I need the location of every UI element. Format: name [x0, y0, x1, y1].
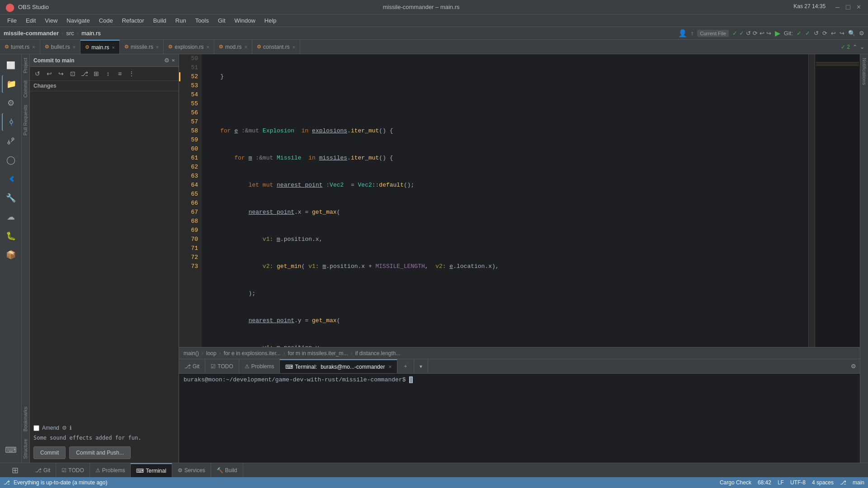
- bottom-tab-git[interactable]: ⎇ Git: [30, 463, 56, 477]
- menu-git[interactable]: Git: [214, 16, 229, 25]
- bottom-tab-build[interactable]: 🔨 Build: [211, 463, 243, 477]
- tab-explosion[interactable]: ⚙ explosion.rs ×: [164, 40, 214, 54]
- tab-close-icon[interactable]: ×: [207, 44, 209, 50]
- menu-code[interactable]: Code: [95, 16, 117, 25]
- menu-build[interactable]: Build: [150, 16, 170, 25]
- code-content[interactable]: } for e :&mut Explosion in explosions.it…: [202, 54, 808, 347]
- bottom-tab-todo[interactable]: ☑ TODO: [56, 463, 90, 477]
- sidebar-icon-circle[interactable]: ◯: [2, 151, 20, 169]
- minimize-button[interactable]: –: [834, 3, 841, 11]
- vert-label-commit[interactable]: Commit: [22, 77, 29, 101]
- sidebar-icon-terminal[interactable]: ⌨: [2, 441, 20, 459]
- sidebar-icon-debug[interactable]: 🐛: [2, 227, 20, 245]
- menu-view[interactable]: View: [41, 16, 61, 25]
- vert-label-structure[interactable]: Structure: [22, 435, 29, 463]
- expand-icon[interactable]: ⌃: [853, 44, 857, 50]
- breadcrumb-src[interactable]: src: [66, 30, 74, 37]
- menu-help[interactable]: Help: [261, 16, 280, 25]
- tab-close-icon[interactable]: ×: [156, 44, 159, 50]
- bc-main[interactable]: main(): [184, 350, 199, 357]
- menu-run[interactable]: Run: [172, 16, 190, 25]
- amend-label[interactable]: Amend: [42, 425, 59, 431]
- search-icon[interactable]: 🔍: [848, 30, 855, 37]
- terminal-tab-git[interactable]: ⎇ Git: [179, 359, 205, 373]
- menu-edit[interactable]: Edit: [22, 16, 39, 25]
- sidebar-icon-vscode[interactable]: [2, 170, 20, 188]
- tab-label: mod.rs: [225, 44, 242, 50]
- sidebar-icon-grid[interactable]: ⬜: [2, 56, 20, 74]
- tab-missile[interactable]: ⚙ missile.rs ×: [120, 40, 164, 54]
- bottom-tab-problems[interactable]: ⚠ Problems: [90, 463, 131, 477]
- terminal-content[interactable]: buraks@moon:~/development/game-dev-with-…: [179, 374, 860, 463]
- tab-constant[interactable]: ⚙ constant.rs ×: [252, 40, 300, 54]
- close-button[interactable]: ×: [855, 3, 863, 11]
- undo-button[interactable]: ↩: [44, 69, 54, 79]
- amend-settings-icon[interactable]: ⚙: [62, 425, 67, 431]
- terminal-close-icon[interactable]: ×: [388, 364, 392, 370]
- bc-loop[interactable]: loop: [206, 350, 217, 357]
- tab-bullet[interactable]: ⚙ bullet.rs ×: [40, 40, 80, 54]
- profile-icon[interactable]: 👤: [678, 29, 687, 38]
- amend-checkbox[interactable]: [33, 425, 39, 431]
- tab-mod[interactable]: ⚙ mod.rs ×: [214, 40, 252, 54]
- group-button[interactable]: ⎇: [80, 69, 90, 79]
- settings-icon[interactable]: ⚙: [859, 30, 864, 37]
- sidebar-icon-project[interactable]: 📁: [2, 75, 20, 93]
- vcs-icon[interactable]: ↑: [691, 30, 694, 37]
- apps-icon[interactable]: ⊞: [12, 465, 19, 475]
- collapse-icon[interactable]: ⌄: [860, 44, 864, 50]
- show-diff-button[interactable]: ⊡: [68, 69, 78, 79]
- current-file-label[interactable]: Current File: [697, 30, 728, 37]
- bottom-tab-terminal[interactable]: ⌨ Terminal: [131, 463, 172, 477]
- terminal-tab-terminal[interactable]: ⌨ Terminal: buraks@mo...-commander ×: [280, 359, 397, 373]
- sort-button[interactable]: ↕: [103, 69, 113, 79]
- sidebar-icon-teamcity[interactable]: 🔧: [2, 189, 20, 207]
- tab-close-icon[interactable]: ×: [245, 44, 247, 50]
- status-branch[interactable]: main: [853, 479, 864, 486]
- refresh-button[interactable]: ↺: [33, 69, 42, 79]
- terminal-tab-add[interactable]: ＋: [397, 359, 414, 373]
- sidebar-icon-pull-requests[interactable]: [2, 132, 20, 150]
- menu-navigate[interactable]: Navigate: [63, 16, 93, 25]
- tab-close-icon[interactable]: ×: [32, 44, 35, 50]
- breadcrumb-file[interactable]: main.rs: [81, 30, 101, 37]
- vert-label-pullrequests[interactable]: Pull Requests: [22, 101, 29, 139]
- redo-button[interactable]: ↪: [56, 69, 66, 79]
- bc-if-distance[interactable]: if distance.length...: [355, 350, 400, 357]
- breadcrumb-project[interactable]: missile-commander: [4, 30, 59, 37]
- commit-settings-icon[interactable]: ⚙: [164, 57, 170, 64]
- tab-close-icon[interactable]: ×: [73, 44, 75, 50]
- menu-window[interactable]: Window: [231, 16, 259, 25]
- sidebar-icon-settings[interactable]: ⚙: [2, 94, 20, 112]
- notifications-label[interactable]: Notifications: [860, 54, 868, 89]
- menu-file[interactable]: File: [4, 16, 20, 25]
- tab-close-icon[interactable]: ×: [292, 44, 295, 50]
- menu-tools[interactable]: Tools: [192, 16, 212, 25]
- commit-push-button[interactable]: Commit and Push...: [69, 446, 130, 459]
- amend-info-icon[interactable]: ℹ: [70, 425, 72, 431]
- menu-refactor[interactable]: Refactor: [118, 16, 148, 25]
- commit-close-icon[interactable]: ×: [171, 57, 175, 64]
- sidebar-icon-cloud[interactable]: ☁: [2, 208, 20, 226]
- run-button[interactable]: ▶: [775, 29, 780, 38]
- terminal-tab-todo[interactable]: ☑ TODO: [205, 359, 239, 373]
- tab-close-icon[interactable]: ×: [112, 45, 115, 50]
- terminal-dropdown[interactable]: ▾: [414, 359, 428, 373]
- maximize-button[interactable]: □: [844, 3, 852, 11]
- vert-label-project[interactable]: Project: [22, 54, 29, 77]
- cargo-check-label[interactable]: Cargo Check: [720, 479, 751, 486]
- bottom-tab-services[interactable]: ⚙ Services: [172, 463, 211, 477]
- bc-for-e[interactable]: for e in explosions.iter...: [224, 350, 281, 357]
- terminal-settings-icon[interactable]: ⚙: [851, 363, 856, 370]
- expand-button[interactable]: ⊞: [91, 69, 101, 79]
- commit-button[interactable]: Commit: [33, 446, 66, 459]
- tab-main[interactable]: ⚙ main.rs ×: [80, 40, 120, 54]
- more-button[interactable]: ⋮: [127, 69, 137, 79]
- bc-for-m[interactable]: for m in missiles.iter_m...: [288, 350, 348, 357]
- sidebar-icon-package[interactable]: 📦: [2, 246, 20, 264]
- sidebar-icon-commit[interactable]: [2, 113, 20, 131]
- terminal-tab-problems[interactable]: ⚠ Problems: [239, 359, 280, 373]
- filter-button[interactable]: ≡: [115, 69, 125, 79]
- tab-turret[interactable]: ⚙ turret.rs ×: [0, 40, 40, 54]
- vert-label-bookmarks[interactable]: Bookmarks: [22, 403, 29, 435]
